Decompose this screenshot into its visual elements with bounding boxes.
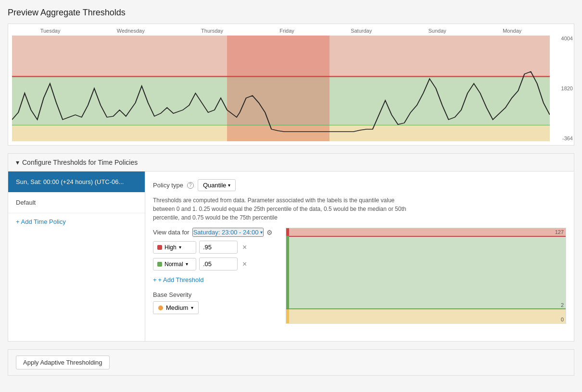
page-title: Preview Aggregate Thresholds (8, 8, 574, 18)
severity-chevron-icon: ▾ (191, 305, 193, 310)
policy-type-value: Quantile (203, 182, 226, 189)
severity-color-dot (158, 306, 163, 310)
add-threshold-plus-icon: + (153, 276, 157, 283)
chart-day-6: Monday (503, 28, 521, 34)
mini-chart-area: 127 2 0 (286, 228, 566, 324)
collapse-icon: ▾ (16, 159, 19, 166)
chart-day-1: Wednesday (117, 28, 145, 34)
add-time-policy-label: + Add Time Policy (16, 218, 66, 225)
mini-chart-label-top: 127 (555, 229, 564, 235)
view-data-select[interactable]: Saturday: 23:00 - 24:00 ▾ (192, 228, 264, 237)
main-chart-area (12, 36, 550, 141)
add-threshold-label: + Add Threshold (158, 276, 204, 283)
remove-normal-btn[interactable]: × (240, 259, 249, 269)
view-data-label: View data for (153, 229, 190, 236)
selected-policy-label: Sun, Sat: 00:00 (+24 hours) (UTC-06... (16, 178, 124, 185)
help-icon[interactable]: ? (187, 182, 194, 189)
view-data-chevron-icon: ▾ (260, 230, 263, 235)
threshold-high-btn[interactable]: High ▾ (153, 241, 196, 254)
mini-chart-container: 127 2 0 (286, 228, 566, 333)
apply-bar: Apply Adaptive Thresholding (8, 349, 574, 376)
base-severity-label: Base Severity (153, 291, 278, 298)
chart-day-3: Friday (279, 28, 294, 34)
configure-header-title: Configure Thresholds for Time Policies (22, 159, 138, 166)
view-data-value: Saturday: 23:00 - 24:00 (193, 229, 259, 236)
mini-chart-label-zero: 0 (561, 317, 564, 322)
configure-section: ▾ Configure Thresholds for Time Policies… (8, 153, 574, 342)
threshold-normal-input[interactable] (199, 257, 238, 270)
threshold-row-normal: Normal ▾ × (153, 257, 278, 270)
policy-default[interactable]: Default (8, 192, 145, 213)
mini-chart-label-mid: 2 (561, 302, 564, 308)
chevron-down-icon: ▾ (228, 183, 230, 188)
base-severity-value: Medium (166, 304, 188, 311)
threshold-row-high: High ▾ × (153, 241, 278, 254)
normal-color-dot (157, 262, 162, 267)
main-chart-container: Tuesday Wednesday Thursday Friday Saturd… (8, 24, 574, 146)
chart-day-2: Thursday (201, 28, 223, 34)
chart-day-0: Tuesday (40, 28, 61, 34)
time-policy-sidebar: Sun, Sat: 00:00 (+24 hours) (UTC-06... D… (8, 172, 145, 341)
chart-y-top: 4004 (551, 36, 573, 41)
remove-high-btn[interactable]: × (240, 243, 249, 252)
high-color-dot (157, 245, 162, 250)
chart-day-4: Saturday (351, 28, 372, 34)
policy-type-label: Policy type (153, 182, 183, 189)
chart-line-svg (12, 36, 550, 141)
normal-chevron-icon: ▾ (186, 261, 188, 267)
configure-body: Sun, Sat: 00:00 (+24 hours) (UTC-06... D… (8, 172, 574, 341)
chart-y-labels: 4004 1820 -364 (551, 36, 573, 141)
view-data-row: View data for Saturday: 23:00 - 24:00 ▾ … (153, 228, 278, 237)
mini-chart-svg (286, 228, 566, 323)
base-severity-select[interactable]: Medium ▾ (153, 301, 199, 314)
threshold-panel: Policy type ? Quantile ▾ Thresholds are … (145, 172, 574, 341)
chart-day-5: Sunday (429, 28, 446, 34)
policy-description: Thresholds are computed from data. Param… (153, 196, 418, 222)
policy-type-select[interactable]: Quantile ▾ (198, 179, 236, 191)
chart-y-bot: -364 (551, 135, 573, 141)
add-time-policy-btn[interactable]: + Add Time Policy (8, 213, 145, 230)
threshold-controls: View data for Saturday: 23:00 - 24:00 ▾ … (153, 228, 278, 333)
threshold-high-input[interactable] (199, 241, 238, 254)
apply-adaptive-button[interactable]: Apply Adaptive Thresholding (16, 355, 110, 369)
high-chevron-icon: ▾ (179, 245, 181, 250)
chart-y-mid: 1820 (551, 86, 573, 91)
content-split: View data for Saturday: 23:00 - 24:00 ▾ … (153, 228, 566, 333)
chart-days: Tuesday Wednesday Thursday Friday Saturd… (12, 28, 550, 34)
configure-header[interactable]: ▾ Configure Thresholds for Time Policies (8, 154, 574, 172)
policy-type-row: Policy type ? Quantile ▾ (153, 179, 566, 191)
threshold-normal-label: Normal (164, 261, 183, 268)
gear-icon[interactable]: ⚙ (266, 229, 273, 236)
base-severity-section: Base Severity Medium ▾ (153, 291, 278, 314)
policy-default-label: Default (16, 199, 36, 206)
threshold-normal-btn[interactable]: Normal ▾ (153, 258, 196, 270)
threshold-high-label: High (164, 244, 177, 251)
selected-policy-item[interactable]: Sun, Sat: 00:00 (+24 hours) (UTC-06... (8, 172, 145, 192)
add-threshold-button[interactable]: + + Add Threshold (153, 274, 203, 285)
